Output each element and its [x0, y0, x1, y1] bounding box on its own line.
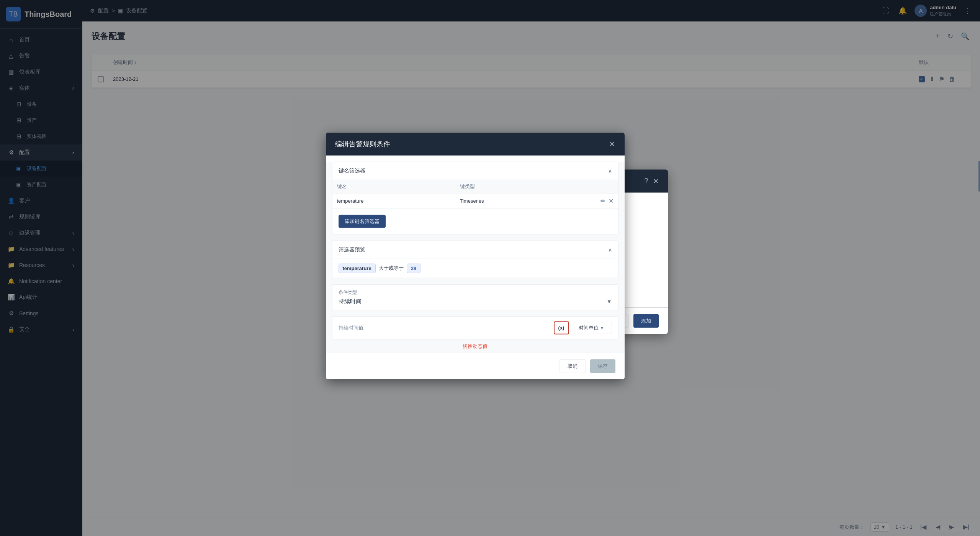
dialog-add-help-icon[interactable]: ?: [644, 177, 648, 185]
kf-row-actions: ✏ ✕: [583, 197, 614, 204]
edit-footer: 取消 保存: [326, 352, 625, 379]
dynamic-btn-label: (x): [558, 325, 564, 331]
filter-chip-row: temperature 大于或等于 28: [339, 263, 612, 273]
duration-label: 持续时间值: [339, 324, 549, 331]
dialog-add-close-icon[interactable]: ✕: [653, 177, 659, 185]
key-filter-section: 键名筛选器 ∧ 键名 键类型 temperature Timeseries ✏ …: [332, 161, 618, 234]
condition-type-section: 条件类型 持续时间 ▼: [332, 284, 618, 310]
dynamic-tooltip-text: 切换动态值: [463, 343, 488, 349]
key-filter-title: 键名筛选器: [339, 167, 365, 174]
key-filter-toggle-icon[interactable]: ∧: [608, 167, 612, 174]
duration-unit-dropdown-icon: ▼: [600, 325, 604, 330]
kf-key-name: temperature: [337, 198, 460, 203]
key-filter-section-header: 键名筛选器 ∧: [332, 162, 618, 180]
kf-edit-button[interactable]: ✏: [600, 197, 605, 204]
condition-type-dropdown-icon[interactable]: ▼: [607, 298, 612, 305]
kf-col-actions: [583, 183, 614, 190]
filter-preview-header: 筛选器预览 ∧: [332, 241, 618, 259]
condition-type-value: 持续时间: [339, 298, 362, 305]
dialog-add-add-button[interactable]: 添加: [633, 314, 659, 328]
filter-preview-toggle-icon[interactable]: ∧: [608, 246, 612, 252]
dialog-edit-header: 编辑告警规则条件 ✕: [326, 132, 625, 155]
edit-save-button[interactable]: 保存: [590, 359, 615, 373]
duration-dynamic-button[interactable]: (x): [554, 321, 569, 334]
kf-col-key-type: 键类型: [460, 183, 583, 190]
dialog-edit-body: 键名筛选器 ∧ 键名 键类型 temperature Timeseries ✏ …: [326, 161, 625, 379]
watermark: CSDN @情绪大瓜女人: [934, 527, 977, 533]
edit-cancel-button[interactable]: 取消: [560, 359, 586, 373]
duration-row: 持续时间值 (x) 时间单位 ▼: [339, 321, 612, 334]
filter-preview-section: 筛选器预览 ∧ temperature 大于或等于 28: [332, 240, 618, 278]
filter-preview-title: 筛选器预览: [339, 246, 365, 253]
dynamic-tooltip: 切换动态值: [332, 342, 618, 349]
kf-table-header: 键名 键类型: [332, 180, 618, 193]
dialog-edit-title: 编辑告警规则条件: [335, 139, 390, 148]
kf-col-key-name: 键名: [337, 183, 460, 190]
duration-unit-label: 时间单位: [579, 324, 599, 331]
filter-preview-body: temperature 大于或等于 28: [332, 259, 618, 277]
duration-section: 持续时间值 (x) 时间单位 ▼: [332, 316, 618, 339]
kf-table-row: temperature Timeseries ✏ ✕: [332, 193, 618, 208]
key-filter-table: 键名 键类型 temperature Timeseries ✏ ✕: [332, 180, 618, 208]
kf-delete-button[interactable]: ✕: [609, 197, 614, 204]
condition-type-label: 条件类型: [339, 289, 612, 295]
dialog-edit-close-button[interactable]: ✕: [609, 139, 615, 148]
duration-unit-select[interactable]: 时间单位 ▼: [574, 321, 612, 334]
condition-type-row: 持续时间 ▼: [339, 298, 612, 305]
filter-key-chip: temperature: [339, 263, 376, 273]
dialog-edit-alarm-rule: 编辑告警规则条件 ✕ 键名筛选器 ∧ 键名 键类型 temperature Ti…: [326, 132, 625, 379]
add-key-filter-button[interactable]: 添加键名筛选器: [339, 215, 386, 228]
filter-val-chip: 28: [407, 263, 420, 273]
kf-key-type: Timeseries: [460, 198, 583, 203]
filter-op-text: 大于或等于: [379, 265, 404, 272]
